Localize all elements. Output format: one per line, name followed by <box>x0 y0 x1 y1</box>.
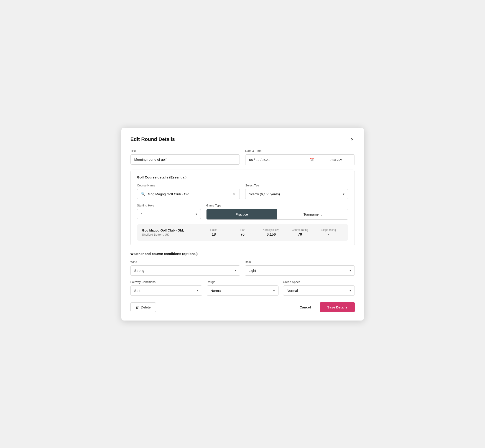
rough-group: Rough Soft Normal Hard ▾ <box>207 280 278 296</box>
footer-right: Cancel Save Details <box>296 302 355 312</box>
course-name-input-wrap[interactable]: 🔍 Gog Magog Golf Club - Old × <box>137 189 240 199</box>
title-label: Title <box>130 149 240 152</box>
course-info-name-text: Gog Magog Golf Club - Old, <box>142 229 200 232</box>
clear-icon[interactable]: × <box>232 191 236 197</box>
course-name-group: Course Name 🔍 Gog Magog Golf Club - Old … <box>137 184 240 199</box>
tournament-button[interactable]: Tournament <box>277 209 348 219</box>
edit-round-modal: Edit Round Details × Title Morning round… <box>121 128 364 320</box>
select-tee-group: Select Tee Yellow (6,156 yards) White (6… <box>245 184 348 199</box>
modal-title: Edit Round Details <box>130 136 175 142</box>
game-type-label: Game Type <box>206 204 348 207</box>
title-date-row: Title Morning round of golf Date & Time … <box>130 149 355 165</box>
search-icon: 🔍 <box>141 192 145 196</box>
rough-label: Rough <box>207 280 278 284</box>
conditions-title: Weather and course conditions (optional) <box>130 252 355 256</box>
green-speed-wrap: Slow Normal Fast ▾ <box>283 286 355 296</box>
slope-rating-value: - <box>314 232 343 237</box>
course-info-location: Shelford Bottom, UK <box>142 233 200 236</box>
wind-group: Wind None Light Moderate Strong ▾ <box>130 260 241 276</box>
fairway-wrap: Soft Normal Hard ▾ <box>130 286 202 296</box>
game-type-toggle: Practice Tournament <box>206 209 348 220</box>
rough-dropdown[interactable]: Soft Normal Hard <box>207 286 278 296</box>
time-input[interactable]: 7:31 AM <box>318 155 355 165</box>
save-button[interactable]: Save Details <box>320 302 355 312</box>
calendar-icon: 📅 <box>309 158 314 162</box>
wind-dropdown[interactable]: None Light Moderate Strong <box>130 265 241 276</box>
select-tee-dropdown[interactable]: Yellow (6,156 yards) White (6,500 yards)… <box>245 189 348 199</box>
rain-wrap: None Light Moderate Heavy ▾ <box>245 265 355 276</box>
golf-course-title: Golf Course details (Essential) <box>137 175 348 179</box>
holes-label: Holes <box>200 228 228 232</box>
conditions-section: Weather and course conditions (optional)… <box>130 252 355 296</box>
course-info-name: Gog Magog Golf Club - Old, Shelford Bott… <box>142 229 200 236</box>
course-name-label: Course Name <box>137 184 240 187</box>
slope-rating-label: Slope rating <box>314 228 343 232</box>
rain-label: Rain <box>245 260 355 264</box>
datetime-label: Date & Time <box>245 149 355 152</box>
green-speed-group: Green Speed Slow Normal Fast ▾ <box>283 280 355 296</box>
holes-value: 18 <box>200 232 228 237</box>
green-speed-dropdown[interactable]: Slow Normal Fast <box>283 286 355 296</box>
par-label: Par <box>228 228 257 232</box>
select-tee-label: Select Tee <box>245 184 348 187</box>
course-name-input[interactable]: Gog Magog Golf Club - Old <box>146 189 232 199</box>
wind-label: Wind <box>130 260 241 264</box>
game-type-group: Game Type Practice Tournament <box>206 204 348 220</box>
practice-button[interactable]: Practice <box>207 209 277 219</box>
rough-wrap: Soft Normal Hard ▾ <box>207 286 278 296</box>
cancel-button[interactable]: Cancel <box>296 303 315 312</box>
date-value: 05 / 12 / 2021 <box>249 158 308 162</box>
golf-course-section: Golf Course details (Essential) Course N… <box>130 170 355 246</box>
yards-value: 6,156 <box>257 232 285 237</box>
modal-header: Edit Round Details × <box>130 136 355 143</box>
course-tee-row: Course Name 🔍 Gog Magog Golf Club - Old … <box>137 184 348 199</box>
fairway-group: Fairway Conditions Soft Normal Hard ▾ <box>130 280 202 296</box>
fairway-dropdown[interactable]: Soft Normal Hard <box>130 286 202 296</box>
starting-hole-label: Starting Hole <box>137 204 201 207</box>
course-info-row: Gog Magog Golf Club - Old, Shelford Bott… <box>137 224 348 241</box>
delete-button[interactable]: 🗑 Delete <box>130 302 156 312</box>
course-rating-label: Course rating <box>285 228 314 232</box>
slope-rating-stat: Slope rating - <box>314 228 343 237</box>
close-button[interactable]: × <box>350 136 355 143</box>
starting-hole-dropdown[interactable]: 1234 5678 910 <box>137 209 201 219</box>
course-rating-value: 70 <box>285 232 314 237</box>
fairway-label: Fairway Conditions <box>130 280 202 284</box>
datetime-group: Date & Time 05 / 12 / 2021 📅 7:31 AM <box>245 149 355 165</box>
trash-icon: 🗑 <box>136 305 139 309</box>
select-tee-wrap: Yellow (6,156 yards) White (6,500 yards)… <box>245 189 348 199</box>
yards-stat: Yards(Yellow) 6,156 <box>257 228 285 237</box>
date-time-container: 05 / 12 / 2021 📅 7:31 AM <box>245 154 355 165</box>
course-rating-stat: Course rating 70 <box>285 228 314 237</box>
starting-hole-wrap: 1234 5678 910 ▾ <box>137 209 201 219</box>
fairway-rough-green-row: Fairway Conditions Soft Normal Hard ▾ Ro… <box>130 280 355 296</box>
par-value: 70 <box>228 232 257 237</box>
hole-gametype-row: Starting Hole 1234 5678 910 ▾ Game Type … <box>137 204 348 220</box>
title-group: Title Morning round of golf <box>130 149 240 165</box>
wind-rain-row: Wind None Light Moderate Strong ▾ Rain N… <box>130 260 355 276</box>
par-stat: Par 70 <box>228 228 257 237</box>
rain-group: Rain None Light Moderate Heavy ▾ <box>245 260 355 276</box>
delete-label: Delete <box>141 305 151 309</box>
date-input[interactable]: 05 / 12 / 2021 📅 <box>245 155 318 165</box>
footer-row: 🗑 Delete Cancel Save Details <box>130 302 355 312</box>
holes-stat: Holes 18 <box>200 228 228 237</box>
green-speed-label: Green Speed <box>283 280 355 284</box>
yards-label: Yards(Yellow) <box>257 228 285 232</box>
rain-dropdown[interactable]: None Light Moderate Heavy <box>245 265 355 276</box>
title-input[interactable]: Morning round of golf <box>130 154 240 165</box>
starting-hole-group: Starting Hole 1234 5678 910 ▾ <box>137 204 201 220</box>
time-value: 7:31 AM <box>330 158 342 162</box>
wind-wrap: None Light Moderate Strong ▾ <box>130 265 241 276</box>
